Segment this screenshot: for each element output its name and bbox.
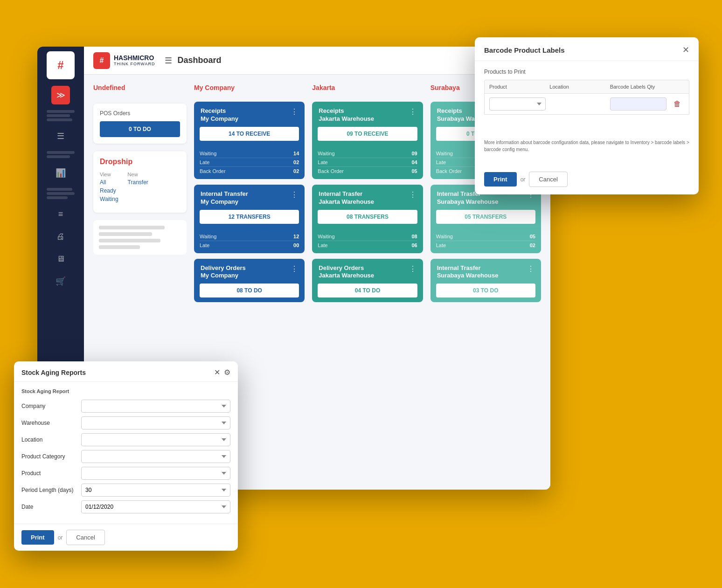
jakarta-do-menu[interactable]: ⋮ — [409, 264, 417, 273]
date-label: Date — [21, 504, 77, 510]
dropship-card: Dropship View All Ready Waiting New Tran… — [93, 151, 187, 213]
barcode-cancel-button[interactable]: Cancel — [529, 172, 567, 187]
sidebar-icon-print[interactable]: 🖨 — [51, 227, 70, 246]
nav-skeleton2 — [42, 147, 79, 162]
barcode-modal: Barcode Product Labels ✕ Products to Pri… — [475, 37, 699, 194]
product-row: Product — [21, 467, 230, 480]
sidebar-icon-cart[interactable]: 🛒 — [51, 272, 70, 291]
stock-form-title: Stock Aging Report — [21, 388, 230, 394]
my-company-receipts-button[interactable]: 14 TO RECEIVE — [200, 127, 299, 141]
jakarta-receipts-menu[interactable]: ⋮ — [409, 107, 417, 116]
page-title: Dashboard — [178, 55, 222, 65]
surabaya-it2-header: Internal Trasfer Surabaya Warehouse ⋮ — [430, 259, 541, 284]
stat-row: Waiting 08 — [318, 232, 417, 241]
dropship-link-waiting[interactable]: Waiting — [100, 196, 118, 202]
sidebar-logo: # — [47, 51, 75, 79]
jakarta-receipts-button[interactable]: 09 TO RECEIVE — [318, 127, 417, 141]
stock-cancel-button[interactable]: Cancel — [66, 530, 104, 545]
brand-name-block: HASHMICRO THINK FORWARD — [114, 55, 155, 66]
jakarta-it-title: Internal Trasfer Jakarta Warehouse — [319, 190, 374, 206]
sidebar-icon-chart[interactable]: 📊 — [51, 164, 70, 182]
brand-name: HASHMICRO — [114, 55, 155, 62]
undefined-title: Undefined — [93, 84, 187, 91]
stock-modal-title: Stock Aging Reports — [21, 369, 86, 376]
stat-row: Back Order 05 — [318, 167, 417, 175]
barcode-info-text: More information about barcode configura… — [484, 139, 689, 153]
barcode-print-button[interactable]: Print — [484, 172, 517, 187]
my-company-internal-transfer-card: Internal Transfer My Company ⋮ 12 TRANSF… — [194, 185, 305, 253]
jakarta-do-title: Delivery Orders Jakarta Warehouse — [319, 264, 374, 280]
stock-modal-close-button[interactable]: ✕ — [214, 368, 220, 377]
stock-modal-settings-button[interactable]: ⚙ — [224, 368, 230, 377]
pos-orders-button[interactable]: 0 TO DO — [100, 121, 180, 137]
surabaya-it-card: Internal Trasfer Surabaya Warehouse ⋮ 05… — [430, 185, 541, 253]
product-select-stock[interactable] — [81, 467, 230, 480]
my-company-it-button[interactable]: 12 TRANSFERS — [200, 210, 299, 224]
col-location-header: Location — [549, 84, 606, 90]
jakarta-do-card: Delivery Orders Jakarta Warehouse ⋮ 04 T… — [312, 259, 423, 303]
product-select[interactable] — [489, 97, 546, 111]
company-label: Company — [21, 403, 77, 409]
dropship-links-row: View All Ready Waiting New Transfer — [100, 172, 180, 204]
my-company-delivery-card: Delivery Orders My Company ⋮ 08 TO DO — [194, 259, 305, 303]
hamburger-icon[interactable]: ☰ — [165, 55, 172, 66]
barcode-table-row: 🗑 — [484, 94, 689, 115]
dropship-new-col: New Transfer — [128, 172, 148, 204]
dropship-new-header: New — [128, 172, 148, 177]
col-barcode-qty-header: Barcode Labels Qty — [610, 84, 666, 90]
barcode-delete-button[interactable]: 🗑 — [670, 100, 684, 108]
barcode-or-text: or — [521, 176, 526, 183]
dropship-link-ready[interactable]: Ready — [100, 187, 118, 194]
barcode-qty-input[interactable] — [610, 97, 666, 111]
my-company-it-menu[interactable]: ⋮ — [291, 190, 298, 199]
surabaya-it2-menu[interactable]: ⋮ — [527, 264, 535, 273]
jakarta-it-card: Internal Trasfer Jakarta Warehouse ⋮ 08 … — [312, 185, 423, 253]
my-company-do-header: Delivery Orders My Company ⋮ — [194, 259, 305, 284]
surabaya-it-button[interactable]: 05 TRANSFERS — [436, 210, 535, 224]
dropship-view-col: View All Ready Waiting — [100, 172, 118, 204]
stat-row: Waiting 05 — [436, 232, 535, 241]
stat-row: Waiting 12 — [200, 232, 299, 241]
barcode-modal-footer: Print or Cancel — [475, 166, 699, 194]
company-select[interactable] — [81, 400, 230, 413]
sidebar-icon-double-arrow[interactable]: ≫ — [51, 86, 70, 104]
pos-orders-card: POS Orders 0 TO DO — [93, 104, 187, 144]
product-category-label: Product Category — [21, 453, 77, 460]
barcode-modal-body: Products to Print Product Location Barco… — [475, 61, 699, 166]
period-length-label: Period Length (days) — [21, 487, 77, 493]
dropship-link-all[interactable]: All — [100, 179, 118, 186]
my-company-it-stats: Waiting 12 Late 00 — [194, 228, 305, 253]
jakarta-it-button[interactable]: 08 TRANSFERS — [318, 210, 417, 224]
sidebar-icon-monitor[interactable]: 🖥 — [51, 249, 70, 268]
location-select[interactable] — [81, 433, 230, 446]
barcode-modal-close-button[interactable]: ✕ — [682, 45, 689, 55]
dropship-link-transfer[interactable]: Transfer — [128, 179, 148, 186]
sidebar-icon-list[interactable]: ☰ — [51, 127, 70, 145]
warehouse-select[interactable] — [81, 416, 230, 429]
date-select[interactable]: 01/12/2020 — [81, 500, 230, 513]
stock-or-text: or — [58, 534, 63, 541]
my-company-do-button[interactable]: 08 TO DO — [200, 284, 299, 297]
header-logo: # HASHMICRO THINK FORWARD — [93, 52, 155, 69]
my-company-do-menu[interactable]: ⋮ — [291, 264, 298, 273]
jakarta-it-menu[interactable]: ⋮ — [409, 190, 417, 199]
my-company-receipts-header: Receipts My Company ⋮ — [194, 102, 305, 127]
my-company-it-title: Internal Transfer My Company — [201, 190, 248, 206]
warehouse-row: Warehouse — [21, 416, 230, 429]
jakarta-do-button[interactable]: 04 TO DO — [318, 284, 417, 297]
warehouse-label: Warehouse — [21, 420, 77, 426]
nav-skeleton3 — [42, 184, 79, 203]
surabaya-it2-button[interactable]: 03 TO DO — [436, 284, 535, 297]
period-length-select[interactable]: 30 — [81, 484, 230, 497]
stock-modal-body: Stock Aging Report Company Warehouse Loc… — [14, 382, 238, 524]
product-category-select[interactable] — [81, 450, 230, 463]
my-company-receipts-menu[interactable]: ⋮ — [291, 107, 298, 116]
sidebar-icon-table[interactable]: ≡ — [51, 205, 70, 223]
surabaya-it2-title: Internal Trasfer Surabaya Warehouse — [437, 264, 499, 280]
stock-modal-header: Stock Aging Reports ✕ ⚙ — [14, 361, 238, 382]
product-label: Product — [21, 470, 77, 477]
jakarta-receipts-header: Receipts Jakarta Warehouse ⋮ — [312, 102, 423, 127]
my-company-do-title: Delivery Orders My Company — [201, 264, 246, 280]
barcode-table-header: Product Location Barcode Labels Qty — [484, 80, 689, 94]
stock-print-button[interactable]: Print — [21, 530, 54, 545]
